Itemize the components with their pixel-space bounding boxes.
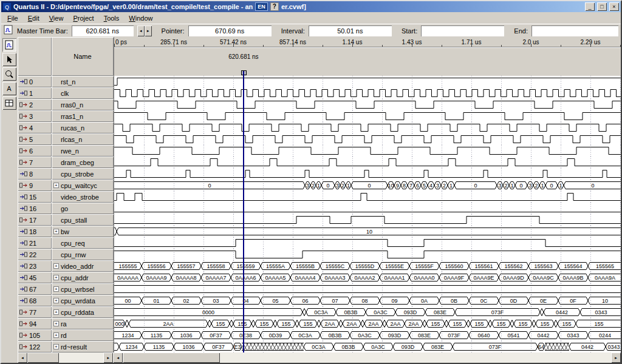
signal-id-cell[interactable]: 6 — [18, 145, 52, 157]
signal-row-rras0_n[interactable]: 2rras0_n — [18, 99, 114, 110]
waveform-row-rd[interactable]: 1234113510360F370E380D390C3A0B3B0A3C093D… — [114, 329, 621, 341]
time-ruler-marker-area[interactable]: 620.681 ns — [114, 49, 621, 76]
waveform-row-cpu_waitcyc[interactable]: 0321032101098765432103210321010 — [114, 180, 621, 191]
waveform-row-rras1_n[interactable] — [114, 110, 621, 122]
expand-icon[interactable]: + — [53, 309, 59, 315]
waveform-row-cpu_strobe[interactable] — [114, 168, 621, 180]
signal-id-cell[interactable]: 94 — [18, 318, 52, 329]
selection-pointer-icon[interactable] — [2, 53, 16, 66]
signal-name-cell[interactable]: +bw — [52, 226, 114, 237]
signal-id-cell[interactable]: 17 — [18, 214, 52, 226]
signal-id-cell[interactable]: 1 — [18, 87, 52, 99]
signal-id-cell[interactable]: 16 — [18, 203, 52, 214]
expand-icon[interactable]: + — [53, 298, 59, 303]
signal-name-cell[interactable]: +cpu_addr — [52, 272, 114, 283]
wave-scroll-right-arrow[interactable]: ► — [611, 352, 621, 363]
waveform-row-go[interactable] — [114, 203, 621, 214]
signal-row-rd~result[interactable]: 122+rd~result — [18, 341, 114, 352]
names-scroll-left-arrow[interactable]: ◄ — [18, 352, 27, 363]
signal-name-cell[interactable]: rras1_n — [52, 110, 114, 122]
waveforms-body[interactable]: 0321032101098765432103210321010101555551… — [114, 76, 621, 352]
menu-file[interactable]: File — [2, 13, 23, 24]
signal-row-rd[interactable]: 105+rd — [18, 329, 114, 341]
signal-row-clk[interactable]: 1clk — [18, 87, 114, 99]
signal-row-cpu_rnw[interactable]: 22cpu_rnw — [18, 249, 114, 260]
waveform-row-rwe_n[interactable] — [114, 145, 621, 157]
menu-window[interactable]: Window — [124, 13, 157, 24]
waveform-row-cpu_rddata[interactable]: 00000C3A0B3B0A3C093D083E073F04420343 — [114, 306, 621, 318]
signal-name-cell[interactable]: +cpu_wrbsel — [52, 283, 114, 295]
grid-tool-icon[interactable] — [2, 96, 16, 110]
signal-id-cell[interactable]: 68 — [18, 295, 52, 306]
menu-tools[interactable]: Tools — [99, 13, 125, 24]
expand-icon[interactable]: + — [53, 229, 59, 234]
signal-row-rlcas_n[interactable]: 5rlcas_n — [18, 133, 114, 145]
signal-row-video_strobe[interactable]: 15video_strobe — [18, 191, 114, 203]
signal-row-rst_n[interactable]: 0rst_n — [18, 76, 114, 87]
close-button[interactable]: × — [609, 2, 619, 11]
signal-name-cell[interactable]: rras0_n — [52, 99, 114, 110]
signal-row-cpu_addr[interactable]: 45+cpu_addr — [18, 272, 114, 283]
waveform-row-cpu_addr[interactable]: 0AAAAA0AAAA90AAAA80AAAA70AAAA60AAAA50AAA… — [114, 272, 621, 283]
waveform-row-cpu_wrbsel[interactable] — [114, 283, 621, 295]
waveform-row-rucas_n[interactable] — [114, 122, 621, 133]
signal-name-cell[interactable]: +rd — [52, 329, 114, 341]
signal-row-cpu_wrdata[interactable]: 68+cpu_wrdata — [18, 295, 114, 306]
signal-id-cell[interactable]: 15 — [18, 191, 52, 203]
signal-name-cell[interactable]: rst_n — [52, 76, 114, 87]
waveform-row-clk[interactable] — [114, 87, 621, 99]
wave-scrollbar[interactable]: ◄ ► — [113, 352, 621, 363]
menu-edit[interactable]: Edit — [23, 13, 44, 24]
waveform-row-cpu_req[interactable] — [114, 237, 621, 249]
help-icon[interactable]: ? — [270, 2, 279, 11]
signal-id-cell[interactable]: 0 — [18, 76, 52, 87]
expand-icon[interactable]: + — [53, 275, 59, 280]
signal-id-cell[interactable]: 8 — [18, 168, 52, 180]
waveform-tool-button[interactable] — [2, 38, 16, 52]
signal-name-cell[interactable]: rwe_n — [52, 145, 114, 157]
minimize-button[interactable]: _ — [585, 2, 595, 11]
wave-scroll-track[interactable] — [123, 352, 611, 363]
signal-row-dram_cbeg[interactable]: 7dram_cbeg — [18, 157, 114, 168]
expand-icon[interactable]: + — [53, 183, 59, 188]
time-cursor-line[interactable] — [243, 71, 244, 352]
signal-name-cell[interactable]: +cpu_rddata — [52, 306, 114, 318]
signal-name-cell[interactable]: +rd~result — [52, 341, 114, 352]
signal-name-cell[interactable]: +video_addr — [52, 260, 114, 272]
signal-row-video_addr[interactable]: 23+video_addr — [18, 260, 114, 272]
signal-name-cell[interactable]: rlcas_n — [52, 133, 114, 145]
waveform-row-rst_n[interactable] — [114, 76, 621, 87]
signal-name-cell[interactable]: +cpu_waitcyc — [52, 180, 114, 191]
expand-icon[interactable]: + — [53, 286, 59, 292]
signal-id-cell[interactable]: 9 — [18, 180, 52, 191]
wave-scroll-thumb[interactable] — [123, 352, 220, 363]
spin-left-arrow[interactable]: ◄ — [137, 25, 145, 36]
signal-name-cell[interactable]: cpu_stall — [52, 214, 114, 226]
expand-icon[interactable]: + — [53, 263, 59, 269]
signal-id-cell[interactable]: 3 — [18, 110, 52, 122]
signal-row-cpu_strobe[interactable]: 8cpu_strobe — [18, 168, 114, 180]
signal-row-cpu_stall[interactable]: 17cpu_stall — [18, 214, 114, 226]
signal-name-cell[interactable]: +ra — [52, 318, 114, 329]
signal-id-cell[interactable]: 5 — [18, 133, 52, 145]
waveform-row-cpu_stall[interactable] — [114, 214, 621, 226]
signal-row-bw[interactable]: 18+bw — [18, 226, 114, 237]
waveform-row-cpu_wrdata[interactable]: 000102030405060708090A0B0C0D0E0F10 — [114, 295, 621, 306]
zoom-icon[interactable] — [2, 67, 16, 81]
signal-id-cell[interactable]: 45 — [18, 272, 52, 283]
master-time-field[interactable]: 620.681 ns — [72, 25, 134, 36]
menu-view[interactable]: View — [44, 13, 69, 24]
spin-right-arrow[interactable]: ► — [145, 25, 152, 36]
waveform-row-video_strobe[interactable] — [114, 191, 621, 203]
waveform-row-video_addr[interactable]: 15555515555615555715555815555915555A1555… — [114, 260, 621, 272]
signal-row-cpu_waitcyc[interactable]: 9+cpu_waitcyc — [18, 180, 114, 191]
signal-row-go[interactable]: 16go — [18, 203, 114, 214]
signal-id-cell[interactable]: 105 — [18, 329, 52, 341]
waveform-row-bw[interactable]: 10 — [114, 226, 621, 237]
signal-name-cell[interactable]: dram_cbeg — [52, 157, 114, 168]
wave-scroll-left-arrow[interactable]: ◄ — [113, 352, 123, 363]
signal-name-cell[interactable]: clk — [52, 87, 114, 99]
signal-id-cell[interactable]: 4 — [18, 122, 52, 133]
signal-id-cell[interactable]: 22 — [18, 249, 52, 260]
signal-name-cell[interactable]: cpu_req — [52, 237, 114, 249]
